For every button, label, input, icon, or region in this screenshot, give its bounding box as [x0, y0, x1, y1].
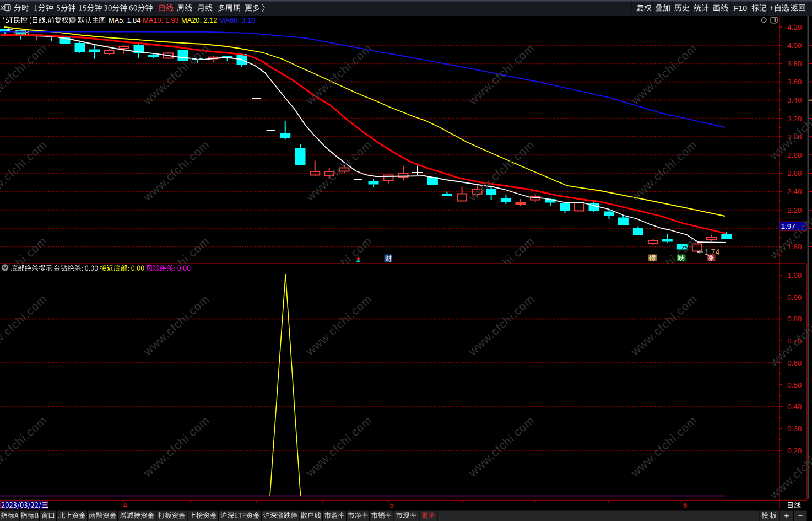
- svg-text:5: 5: [390, 501, 394, 509]
- svg-text:0.60: 0.60: [787, 359, 802, 367]
- svg-text:2.40: 2.40: [787, 187, 802, 196]
- svg-text:2.80: 2.80: [787, 151, 802, 159]
- svg-text:−: −: [798, 511, 803, 520]
- svg-text:6: 6: [683, 501, 687, 509]
- svg-text:MA20: 2.12: MA20: 2.12: [181, 16, 217, 24]
- svg-text:0.90: 0.90: [787, 293, 802, 302]
- svg-text:0.40: 0.40: [787, 402, 802, 411]
- svg-text:1.00: 1.00: [787, 271, 802, 280]
- svg-text:MA5: 1.84: MA5: 1.84: [109, 16, 140, 24]
- svg-text:2.20: 2.20: [787, 206, 802, 214]
- svg-text:4: 4: [123, 501, 127, 509]
- svg-text:4.18: 4.18: [13, 28, 29, 37]
- svg-text:0.80: 0.80: [787, 315, 802, 323]
- svg-text:MA10: 1.93: MA10: 1.93: [143, 16, 178, 24]
- svg-text:MA60: 3.10: MA60: 3.10: [219, 16, 255, 24]
- svg-text:0.50: 0.50: [787, 381, 802, 389]
- svg-text:4.00: 4.00: [787, 41, 802, 50]
- svg-text:4.20: 4.20: [787, 23, 802, 31]
- svg-text:3.60: 3.60: [787, 78, 802, 86]
- svg-text:+: +: [784, 511, 789, 520]
- svg-text:0.30: 0.30: [787, 425, 802, 433]
- svg-text:F10: F10: [734, 4, 747, 13]
- svg-text:0.20: 0.20: [787, 447, 802, 455]
- svg-text:3.80: 3.80: [787, 60, 802, 68]
- svg-text:3.40: 3.40: [787, 96, 802, 104]
- svg-text:3.20: 3.20: [787, 115, 802, 123]
- svg-text:2.60: 2.60: [787, 169, 802, 178]
